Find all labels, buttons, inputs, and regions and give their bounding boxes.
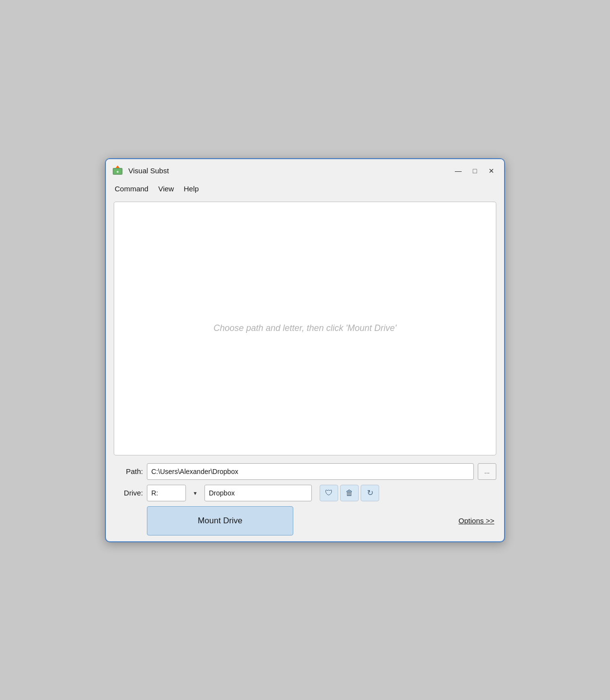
- drive-label: Drive:: [114, 489, 143, 497]
- path-input[interactable]: [147, 463, 474, 480]
- form-section: Path: ... Drive: R: S: T: U: V: ▼: [114, 463, 496, 501]
- drive-name-input[interactable]: [204, 485, 312, 501]
- title-bar-left: Visual Subst: [111, 164, 169, 178]
- menu-help[interactable]: Help: [179, 183, 203, 195]
- mount-drive-button[interactable]: Mount Drive: [147, 506, 293, 535]
- action-buttons: 🛡 🗑 ↻: [320, 485, 379, 501]
- main-window: Visual Subst — □ ✕ Command View Help Cho…: [105, 158, 505, 542]
- shield-icon: 🛡: [325, 489, 333, 497]
- browse-button[interactable]: ...: [478, 463, 496, 480]
- refresh-button[interactable]: ↻: [361, 485, 379, 501]
- app-icon: [111, 164, 124, 178]
- shield-button[interactable]: 🛡: [320, 485, 338, 501]
- delete-button[interactable]: 🗑: [340, 485, 359, 501]
- title-bar-controls: — □ ✕: [452, 165, 497, 177]
- window-title: Visual Subst: [128, 166, 169, 175]
- menu-bar: Command View Help: [106, 182, 504, 198]
- refresh-icon: ↻: [367, 488, 373, 497]
- path-row: Path: ...: [114, 463, 496, 480]
- close-button[interactable]: ✕: [486, 165, 497, 177]
- drive-list: Choose path and letter, then click 'Moun…: [114, 202, 496, 455]
- trash-icon: 🗑: [346, 489, 353, 497]
- dropdown-arrow-icon: ▼: [193, 490, 198, 495]
- svg-marker-2: [116, 165, 120, 168]
- drive-dropdown-container: R: S: T: U: V: ▼: [147, 485, 201, 501]
- bottom-row: Mount Drive Options >>: [114, 506, 496, 535]
- options-link[interactable]: Options >>: [459, 516, 494, 525]
- menu-command[interactable]: Command: [110, 183, 153, 195]
- drive-select[interactable]: R: S: T: U: V:: [147, 485, 186, 501]
- content-area: Choose path and letter, then click 'Moun…: [106, 198, 504, 541]
- drive-list-placeholder: Choose path and letter, then click 'Moun…: [213, 323, 396, 333]
- path-label: Path:: [114, 467, 143, 475]
- maximize-button[interactable]: □: [469, 165, 481, 177]
- drive-row: Drive: R: S: T: U: V: ▼ 🛡: [114, 485, 496, 501]
- svg-point-3: [117, 171, 119, 173]
- title-bar: Visual Subst — □ ✕: [106, 159, 504, 182]
- menu-view[interactable]: View: [153, 183, 179, 195]
- minimize-button[interactable]: —: [452, 165, 464, 177]
